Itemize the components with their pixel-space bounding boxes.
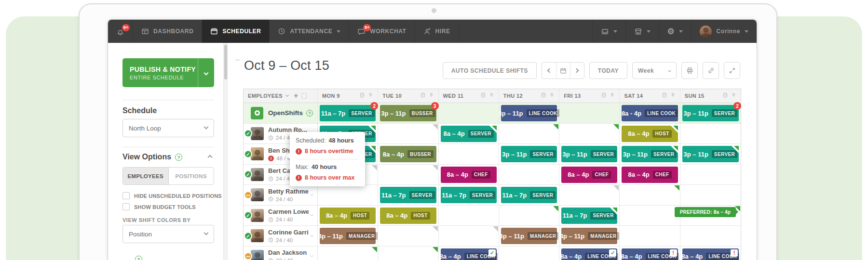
- shift-block[interactable]: 3p – 11pMANAGER: [320, 228, 376, 244]
- day-cell[interactable]: 8a – 4pCHEF: [559, 165, 620, 185]
- employee-row-header[interactable]: •••Dan Jackson32 / 40: [244, 247, 318, 260]
- confirm-day-icon[interactable]: [601, 91, 607, 100]
- auto-schedule-button[interactable]: AUTO SCHEDULE SHIFTS: [443, 62, 537, 79]
- day-cell[interactable]: 11a – 7pSERVER: [378, 185, 438, 206]
- shift-block[interactable]: 8a - 4pLINE COOK: [622, 105, 678, 121]
- pin-day-icon[interactable]: [368, 91, 373, 100]
- day-cell[interactable]: [620, 226, 680, 247]
- shift-block[interactable]: 8a – 4pHOST: [380, 208, 436, 224]
- nav-item-scheduler[interactable]: SCHEDULER: [202, 20, 270, 43]
- day-cell[interactable]: [439, 206, 499, 226]
- day-cell[interactable]: 11a – 7pSERVER: [499, 185, 559, 206]
- day-cell[interactable]: 8a – 4pLINE COOK!: [620, 247, 680, 260]
- chevron-down-icon[interactable]: [310, 193, 313, 196]
- confirm-day-icon[interactable]: [359, 91, 365, 100]
- calendar-picker-button[interactable]: [556, 63, 570, 78]
- pin-day-icon[interactable]: [429, 91, 434, 100]
- day-cell[interactable]: [680, 226, 741, 247]
- chevron-down-icon[interactable]: [310, 234, 313, 237]
- hide-unscheduled-checkbox-row[interactable]: HIDE UNSCHEDULED POSITIONS: [122, 192, 222, 199]
- prev-week-button[interactable]: [542, 63, 556, 78]
- shift-block[interactable]: 11a – 7pSERVER: [501, 187, 557, 203]
- day-cell[interactable]: 8a – 4pHOST: [620, 124, 680, 144]
- day-cell[interactable]: [499, 124, 559, 144]
- shift-block[interactable]: 8a – 4pCHEF: [622, 167, 678, 183]
- day-cell[interactable]: 8a – 4pCHEF: [439, 165, 499, 185]
- notifications-button[interactable]: 9+: [108, 20, 133, 43]
- inbox-menu-button[interactable]: [592, 20, 625, 43]
- day-cell[interactable]: [680, 185, 741, 206]
- day-cell[interactable]: 3p – 11pSERVER: [620, 144, 680, 165]
- shift-block[interactable]: 11a – 7pSERVER2: [320, 105, 376, 121]
- shift-block[interactable]: 11a – 7pSERVER: [441, 187, 497, 203]
- chevron-down-icon[interactable]: [285, 93, 289, 97]
- shift-block[interactable]: 8a – 4pCHEF: [441, 167, 497, 183]
- pin-day-icon[interactable]: [489, 91, 494, 100]
- tab-positions[interactable]: POSITIONS: [168, 168, 214, 184]
- nav-item-workchat[interactable]: 9+ WORKCHAT: [349, 20, 415, 43]
- confirm-day-icon[interactable]: [480, 91, 486, 100]
- day-cell[interactable]: 3p – 11pSERVER: [559, 144, 620, 165]
- shift-block[interactable]: 3p – 11pLINE COOK: [501, 105, 557, 121]
- day-cell[interactable]: [318, 185, 378, 206]
- shift-block[interactable]: 8a – 4pLINE COOK!: [682, 248, 739, 260]
- show-budget-checkbox-row[interactable]: SHOW BUDGET TOOLS: [122, 203, 196, 210]
- shift-block[interactable]: 3p – 11pSERVER: [501, 146, 557, 162]
- day-cell[interactable]: 8a – 4pCHEF: [620, 165, 680, 185]
- shift-colors-select[interactable]: Position: [122, 225, 214, 243]
- pin-day-icon[interactable]: [731, 91, 736, 100]
- day-cell[interactable]: 3p – 11pMANAGER: [559, 226, 620, 247]
- day-cell[interactable]: [499, 165, 559, 185]
- day-cell[interactable]: [378, 226, 438, 247]
- schedule-select[interactable]: North Loop: [122, 119, 214, 137]
- employee-row-header[interactable]: •••Betty Rathmen24 / 40: [244, 185, 318, 206]
- pin-day-icon[interactable]: [549, 91, 555, 100]
- shift-block[interactable]: 3p – 11pSERVER: [561, 146, 617, 162]
- share-link-button[interactable]: [703, 62, 719, 79]
- day-cell[interactable]: 3p – 11pLINE COOK: [499, 103, 559, 124]
- day-cell[interactable]: 3p – 11pSERVER: [680, 144, 741, 165]
- shift-block[interactable]: 11a – 7pSERVER: [561, 208, 617, 224]
- day-cell[interactable]: [559, 124, 620, 144]
- checkbox[interactable]: [122, 192, 130, 199]
- help-icon[interactable]: ?: [135, 256, 142, 260]
- day-cell[interactable]: 3p – 11pMANAGER: [318, 226, 378, 247]
- day-cell[interactable]: 8a - 4pLINE COOK: [620, 103, 680, 124]
- add-employee-button[interactable]: +: [294, 92, 298, 100]
- help-icon[interactable]: ?: [175, 154, 182, 161]
- nav-item-dashboard[interactable]: DASHBOARD: [133, 20, 202, 43]
- day-cell[interactable]: [559, 103, 620, 124]
- employee-row-header[interactable]: ✓Carmen Lowe24 / 40: [244, 206, 318, 226]
- print-button[interactable]: [681, 62, 698, 79]
- pin-day-icon[interactable]: [670, 91, 676, 100]
- day-cell[interactable]: 8a – 4pSERVER: [439, 124, 499, 144]
- day-cell[interactable]: 8a – 4pHOST: [378, 206, 438, 226]
- day-cell[interactable]: [439, 144, 499, 165]
- day-cell[interactable]: [318, 247, 378, 260]
- sidebar-scrollbar-thumb[interactable]: [224, 45, 227, 79]
- day-cell[interactable]: 8a – 4pHOST: [318, 206, 378, 226]
- confirm-day-icon[interactable]: [420, 91, 426, 100]
- copy-schedule-icon[interactable]: [301, 93, 307, 99]
- shift-block[interactable]: 3p – 11pSERVER2: [682, 105, 739, 121]
- open-shifts-row-header[interactable]: OpenShifts?: [244, 103, 318, 124]
- user-menu-button[interactable]: Corinne: [691, 20, 757, 43]
- shift-block[interactable]: 11a – 7pSERVER: [380, 187, 436, 203]
- shift-block[interactable]: 8a – 4pLINE COOK✓: [441, 248, 497, 260]
- day-cell[interactable]: [499, 206, 559, 226]
- pin-day-icon[interactable]: [610, 91, 615, 100]
- day-cell[interactable]: [378, 124, 438, 144]
- day-cell[interactable]: [439, 226, 499, 247]
- shift-block[interactable]: 3p – 11pMANAGER: [501, 228, 557, 244]
- day-cell[interactable]: 3p – 11pSERVER: [499, 144, 559, 165]
- tab-employees[interactable]: EMPLOYEES: [123, 168, 168, 184]
- day-cell[interactable]: [559, 185, 620, 206]
- day-cell[interactable]: 11a – 7pSERVER2: [318, 103, 378, 124]
- day-cell[interactable]: 11a – 7pSERVER: [559, 206, 620, 226]
- day-cell[interactable]: 8a – 4pLINE COOK✓: [559, 247, 620, 260]
- shift-block[interactable]: 8a – 4pLINE COOK!: [622, 248, 678, 260]
- today-button[interactable]: TODAY: [589, 62, 627, 79]
- day-cell[interactable]: 8a – 4pLINE COOK!: [680, 247, 741, 260]
- shift-block[interactable]: 3p – 11pMANAGER: [561, 228, 617, 244]
- fullscreen-button[interactable]: [724, 62, 740, 79]
